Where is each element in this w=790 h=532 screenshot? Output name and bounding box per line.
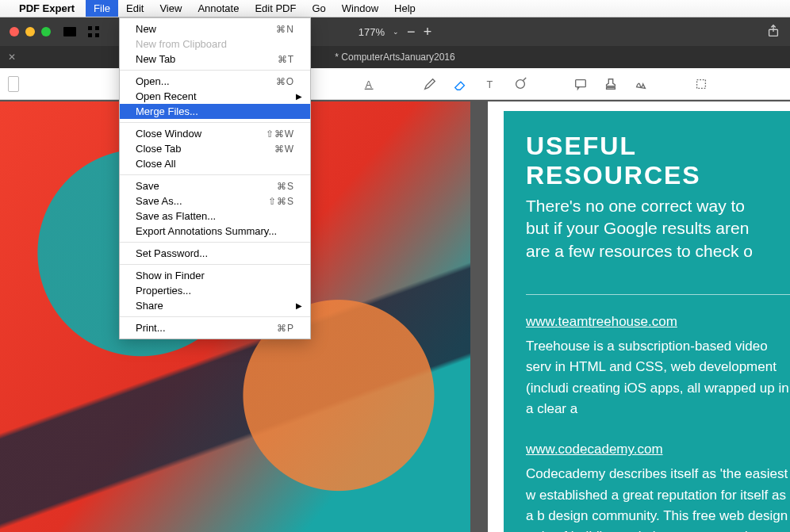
app-name[interactable]: PDF Expert bbox=[19, 2, 75, 14]
resource-link-2[interactable]: www.codecademy.com bbox=[526, 442, 663, 457]
resource-para-1: Treehouse is a subscription-based video … bbox=[526, 336, 790, 419]
zoom-value[interactable]: 177% bbox=[359, 26, 385, 38]
sidebar-toggle-icon[interactable] bbox=[62, 24, 78, 40]
svg-rect-0 bbox=[63, 27, 76, 36]
submenu-arrow-icon: ▶ bbox=[296, 301, 302, 310]
menu-help[interactable]: Help bbox=[386, 0, 424, 17]
text-tool-icon[interactable]: T bbox=[482, 76, 498, 92]
menu-edit-pdf[interactable]: Edit PDF bbox=[247, 0, 304, 17]
svg-rect-12 bbox=[576, 79, 586, 86]
menu-item-save[interactable]: Save⌘S bbox=[120, 178, 310, 193]
shortcut-label: ⌘T bbox=[278, 54, 294, 65]
svg-rect-4 bbox=[88, 33, 92, 37]
zoom-control: 177% ⌄ − + bbox=[359, 24, 431, 40]
thumbnail-icon[interactable] bbox=[8, 76, 19, 92]
menu-go[interactable]: Go bbox=[304, 0, 333, 17]
shortcut-label: ⌘P bbox=[277, 323, 294, 334]
menu-item-close-tab[interactable]: Close Tab⌘W bbox=[120, 141, 310, 156]
traffic-lights bbox=[10, 27, 51, 36]
menu-item-close-window[interactable]: Close Window⇧⌘W bbox=[120, 126, 310, 141]
tab-title: * ComputerArtsJanuary2016 bbox=[335, 52, 454, 63]
menu-item-export-annotations-summary[interactable]: Export Annotations Summary... bbox=[120, 224, 310, 239]
pencil-icon[interactable] bbox=[422, 76, 438, 92]
svg-rect-5 bbox=[95, 33, 99, 37]
grid-view-icon[interactable] bbox=[86, 24, 102, 40]
menu-item-merge-files[interactable]: Merge Files... bbox=[120, 104, 310, 119]
article-lead: There's no one correct way to but if you… bbox=[526, 195, 790, 262]
menu-view[interactable]: View bbox=[151, 0, 190, 17]
divider bbox=[526, 294, 790, 295]
close-window-button[interactable] bbox=[10, 27, 19, 36]
menu-edit[interactable]: Edit bbox=[118, 0, 151, 17]
shortcut-label: ⌘N bbox=[276, 24, 294, 35]
menu-item-set-password[interactable]: Set Password... bbox=[120, 246, 310, 261]
menu-item-save-as-flatten[interactable]: Save as Flatten... bbox=[120, 209, 310, 224]
share-icon[interactable] bbox=[766, 24, 780, 40]
svg-rect-2 bbox=[88, 26, 92, 30]
menu-item-new[interactable]: New⌘N bbox=[120, 21, 310, 36]
menu-item-new-from-clipboard: New from Clipboard bbox=[120, 36, 310, 52]
menu-item-save-as[interactable]: Save As...⇧⌘S bbox=[120, 193, 310, 209]
svg-rect-13 bbox=[697, 79, 706, 88]
shortcut-label: ⌘S bbox=[277, 181, 294, 192]
menu-item-new-tab[interactable]: New Tab⌘T bbox=[120, 52, 310, 67]
svg-rect-3 bbox=[95, 26, 99, 30]
mac-menubar: PDF Expert FileEditViewAnnotateEdit PDFG… bbox=[0, 0, 790, 17]
shortcut-label: ⇧⌘W bbox=[266, 128, 294, 140]
resource-para-2: Codecademy describes itself as 'the easi… bbox=[526, 464, 790, 532]
menu-annotate[interactable]: Annotate bbox=[190, 0, 247, 17]
menu-file[interactable]: File bbox=[86, 0, 118, 17]
svg-text:A: A bbox=[366, 78, 373, 90]
menu-item-open[interactable]: Open...⌘O bbox=[120, 74, 310, 89]
minimize-window-button[interactable] bbox=[25, 27, 35, 36]
signature-icon[interactable] bbox=[633, 76, 649, 92]
zoom-chevron-icon[interactable]: ⌄ bbox=[393, 28, 399, 36]
pdf-page-right: USEFUL RESOURCES There's no one correct … bbox=[488, 101, 790, 532]
zoom-in-button[interactable]: + bbox=[424, 24, 432, 40]
text-style-icon[interactable]: A bbox=[362, 76, 378, 92]
file-menu-dropdown: New⌘NNew from ClipboardNew Tab⌘TOpen...⌘… bbox=[119, 17, 311, 339]
svg-line-11 bbox=[523, 77, 527, 80]
submenu-arrow-icon: ▶ bbox=[296, 92, 302, 101]
stamp-icon[interactable] bbox=[603, 76, 619, 92]
menu-item-close-all[interactable]: Close All bbox=[120, 156, 310, 171]
menu-window[interactable]: Window bbox=[334, 0, 386, 17]
menu-item-properties[interactable]: Properties... bbox=[120, 283, 310, 298]
eraser-icon[interactable] bbox=[452, 76, 468, 92]
menu-item-share[interactable]: Share▶ bbox=[120, 298, 310, 313]
menu-item-show-in-finder[interactable]: Show in Finder bbox=[120, 268, 310, 283]
menu-item-print[interactable]: Print...⌘P bbox=[120, 320, 310, 335]
menu-item-open-recent[interactable]: Open Recent▶ bbox=[120, 89, 310, 104]
shortcut-label: ⌘W bbox=[274, 144, 294, 155]
crop-icon[interactable] bbox=[693, 76, 709, 92]
article-heading: USEFUL RESOURCES bbox=[526, 132, 790, 190]
zoom-out-button[interactable]: − bbox=[407, 24, 416, 40]
article-panel: USEFUL RESOURCES There's no one correct … bbox=[504, 111, 790, 532]
note-icon[interactable] bbox=[573, 76, 589, 92]
tab-close-icon[interactable]: ✕ bbox=[8, 52, 16, 63]
fullscreen-window-button[interactable] bbox=[41, 27, 51, 36]
svg-text:T: T bbox=[487, 78, 493, 90]
shortcut-label: ⇧⌘S bbox=[268, 196, 294, 207]
shape-icon[interactable] bbox=[512, 76, 528, 92]
resource-link-1[interactable]: www.teamtreehouse.com bbox=[526, 314, 677, 330]
shortcut-label: ⌘O bbox=[276, 76, 294, 87]
svg-point-10 bbox=[516, 79, 525, 88]
